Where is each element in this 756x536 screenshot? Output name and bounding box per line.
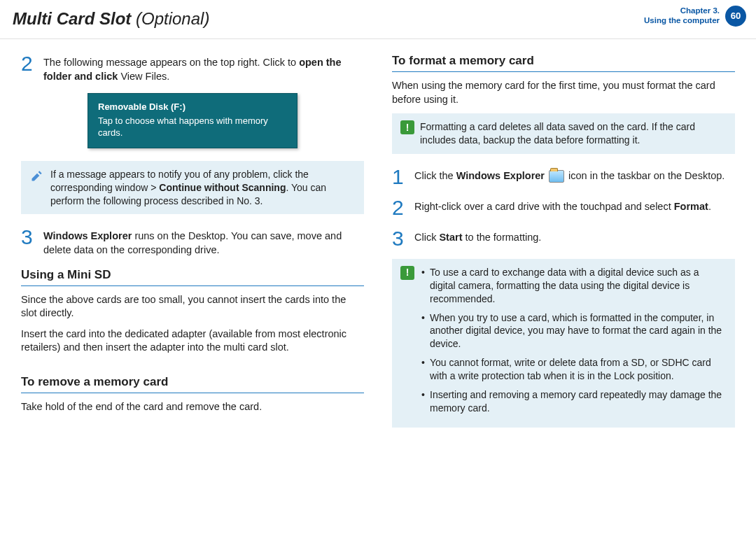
list-item: Inserting and removing a memory card rep…	[421, 388, 727, 415]
page-title: Multi Card Slot (Optional)	[13, 8, 209, 30]
heading-remove-card: To remove a memory card	[21, 374, 364, 393]
windows-explorer-icon	[549, 170, 564, 183]
step-body: Windows Explorer runs on the Desktop. Yo…	[43, 227, 364, 257]
remove-card-p: Take hold of the end of the card and rem…	[21, 400, 364, 414]
note-format-warning: ! Formatting a card deletes all data sav…	[392, 113, 735, 154]
step-number: 1	[392, 167, 407, 188]
header-right: Chapter 3. Using the computer 60	[644, 6, 746, 27]
list-item: When you try to use a card, which is for…	[421, 311, 727, 351]
step-number: 3	[392, 228, 407, 249]
mini-sd-p2: Insert the card into the dedicated adapt…	[21, 327, 364, 355]
chapter-label: Chapter 3. Using the computer	[644, 6, 720, 26]
right-column: To format a memory card When using the m…	[392, 53, 735, 440]
list-item: To use a card to exchange data with a di…	[421, 266, 727, 306]
step-body: Click Start to the formatting.	[414, 228, 541, 249]
step-3-left: 3 Windows Explorer runs on the Desktop. …	[21, 227, 364, 257]
content-area: 2 The following message appears on the t…	[0, 39, 756, 447]
heading-mini-sd: Using a Mini SD	[21, 267, 364, 286]
step-1-right: 1 Click the Windows Explorer icon in the…	[392, 167, 735, 188]
page-number-badge: 60	[725, 6, 746, 27]
step-body: Click the Windows Explorer icon in the t…	[414, 167, 724, 188]
step-number: 2	[21, 53, 36, 83]
list-item: You cannot format, write or delete data …	[421, 356, 727, 383]
pencil-note-icon	[29, 168, 45, 183]
step-2-left: 2 The following message appears on the t…	[21, 53, 364, 83]
format-intro: When using the memory card for the first…	[392, 79, 735, 106]
step-number: 2	[392, 197, 407, 218]
toast-body: Tap to choose what happens with memory c…	[98, 115, 287, 139]
title-main: Multi Card Slot	[13, 9, 131, 28]
step-body: The following message appears on the top…	[43, 53, 364, 83]
left-column: 2 The following message appears on the t…	[21, 53, 364, 440]
step-number: 3	[21, 227, 36, 257]
note-body: To use a card to exchange data with a di…	[420, 266, 727, 421]
step-2-right: 2 Right-click over a card drive with the…	[392, 197, 735, 218]
removable-disk-toast: Removable Disk (F:) Tap to choose what h…	[88, 93, 298, 148]
page-header: Multi Card Slot (Optional) Chapter 3. Us…	[0, 0, 756, 39]
note-scan-warning: If a message appears to notify you of an…	[21, 161, 364, 215]
step-body: Right-click over a card drive with the t…	[414, 197, 711, 218]
step-3-right: 3 Click Start to the formatting.	[392, 228, 735, 249]
note-format-tips: ! To use a card to exchange data with a …	[392, 259, 735, 428]
mini-sd-p1: Since the above cards are too small, you…	[21, 293, 364, 320]
note-body: Formatting a card deletes all data saved…	[420, 120, 727, 147]
title-optional: (Optional)	[131, 9, 209, 28]
tips-list: To use a card to exchange data with a di…	[420, 266, 727, 415]
warning-icon: !	[400, 120, 414, 134]
note-body: If a message appears to notify you of an…	[50, 168, 356, 208]
warning-icon: !	[400, 266, 414, 280]
toast-title: Removable Disk (F:)	[98, 101, 287, 113]
heading-format-card: To format a memory card	[392, 53, 735, 72]
